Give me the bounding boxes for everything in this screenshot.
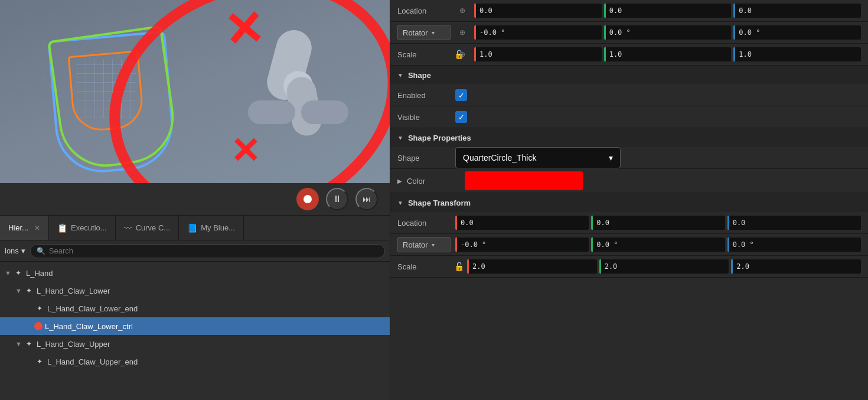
tree-arrow-claw-lower: ▼ [15, 287, 24, 294]
execution-icon: 📋 [57, 223, 67, 233]
shape-rotator-z[interactable]: 0.0 ° [727, 238, 861, 252]
top-location-z[interactable]: 0.0 [733, 4, 861, 18]
shape-dropdown-row: Shape QuarterCircle_Thick ▾ [390, 147, 868, 168]
enabled-checkmark: ✓ [458, 91, 465, 100]
tree-item-l-hand-claw-upper-end[interactable]: ▶ ✦ L_Hand_Claw_Upper_end [0, 353, 390, 370]
viewport: ✕ ✕ [0, 0, 390, 183]
shape-scale-label: Scale [397, 262, 451, 271]
tab-blueprint[interactable]: 📘 My Blue... [179, 216, 244, 240]
tab-blueprint-label: My Blue... [201, 223, 235, 232]
blueprint-icon: 📘 [187, 223, 197, 233]
shape-dropdown-arrow: ▾ [609, 153, 613, 162]
bone-icon-claw-upper-end: ✦ [34, 356, 45, 367]
pause-button[interactable]: ⏸ [326, 188, 348, 210]
top-scale-y[interactable]: 1.0 [604, 47, 732, 61]
enabled-section: Enabled ✓ [390, 84, 868, 106]
bone-icon-claw-lower-end: ✦ [34, 303, 45, 314]
color-row: ▶ Color [390, 169, 868, 193]
tree-label-claw-upper: L_Hand_Claw_Upper [37, 340, 110, 349]
top-scale-x[interactable]: 1.0 [474, 47, 602, 61]
top-location-x[interactable]: 0.0 [474, 4, 602, 18]
top-scale-label: Scale [397, 50, 451, 59]
shape-dropdown-section: Shape QuarterCircle_Thick ▾ [390, 147, 868, 169]
bone-icon-claw-upper: ✦ [24, 339, 34, 349]
options-button[interactable]: ions ▾ [5, 246, 25, 255]
tree-item-l-hand[interactable]: ▼ ✦ L_Hand [0, 264, 390, 282]
shape-scale-z[interactable]: 2.0 [731, 259, 861, 274]
color-section: ▶ Color [390, 169, 868, 193]
color-expand-arrow: ▶ [397, 178, 402, 184]
top-scale-row: Scale 🔓 ⊕ 1.0 1.0 1.0 [390, 44, 868, 65]
tree-label-claw-lower: L_Hand_Claw_Lower [37, 287, 110, 295]
shape-location-row: Location 0.0 0.0 0.0 [390, 212, 868, 233]
shape-rotator-x[interactable]: -0.0 ° [455, 238, 589, 252]
arm-wheel-right [301, 100, 348, 124]
enabled-label: Enabled [397, 91, 451, 100]
tree-container: ▼ ✦ L_Hand ▼ ✦ L_Hand_Claw_Lower ▶ ✦ L_H… [0, 262, 390, 400]
top-rotator-z[interactable]: 0.0 ° [733, 25, 861, 40]
top-scale-section: Scale 🔓 ⊕ 1.0 1.0 1.0 [390, 44, 868, 66]
shape-location-x[interactable]: 0.0 [455, 216, 589, 230]
scale-gizmo-icon: ⊕ [455, 47, 469, 61]
color-swatch[interactable] [465, 171, 583, 190]
top-location-section: Location ⊕ 0.0 0.0 0.0 [390, 0, 868, 22]
tab-execution-label: Executio... [71, 223, 107, 232]
shape-properties-section-header[interactable]: ▼ Shape Properties [390, 128, 868, 147]
tree-arrow-ctrl: ▶ [26, 323, 34, 330]
arm-wheel-left [248, 100, 295, 124]
tree-arrow-claw-upper: ▼ [15, 340, 24, 347]
shape-transform-collapse-arrow: ▼ [397, 200, 403, 206]
tree-label-claw-lower-ctrl: L_Hand_Claw_Lower_ctrl [45, 322, 133, 331]
top-rotator-x[interactable]: -0.0 ° [474, 25, 602, 40]
shape-location-section: Location 0.0 0.0 0.0 [390, 212, 868, 234]
shape-location-label: Location [397, 219, 451, 227]
tree-item-l-hand-claw-upper[interactable]: ▼ ✦ L_Hand_Claw_Upper [0, 335, 390, 353]
shape-scale-section: Scale 🔓 2.0 2.0 2.0 [390, 256, 868, 278]
visible-section: Visible ✓ [390, 106, 868, 128]
tab-hier-close[interactable]: ✕ [34, 224, 40, 232]
visible-checkbox[interactable]: ✓ [455, 111, 467, 123]
rotator-gizmo-icon: ⊕ [455, 25, 469, 40]
tree-item-l-hand-claw-lower[interactable]: ▼ ✦ L_Hand_Claw_Lower [0, 282, 390, 300]
ctrl-link-icon [34, 322, 43, 330]
tree-item-l-hand-claw-lower-ctrl[interactable]: ▶ L_Hand_Claw_Lower_ctrl [0, 317, 390, 335]
shape-rotator-dropdown[interactable]: Rotator ▾ [397, 237, 451, 252]
tab-hier[interactable]: Hier... ✕ [0, 216, 49, 240]
top-location-label: Location [397, 6, 451, 15]
step-forward-button[interactable]: ⏭ [355, 188, 378, 210]
shape-location-values: 0.0 0.0 0.0 [455, 216, 861, 230]
tab-execution[interactable]: 📋 Executio... [49, 216, 116, 240]
shape-transform-section-header[interactable]: ▼ Shape Transform [390, 193, 868, 212]
shape-rotator-values: -0.0 ° 0.0 ° 0.0 ° [455, 238, 861, 252]
search-input[interactable] [49, 246, 378, 255]
top-location-y[interactable]: 0.0 [604, 4, 732, 18]
shape-scale-row: Scale 🔓 2.0 2.0 2.0 [390, 256, 868, 277]
shape-dropdown[interactable]: QuarterCircle_Thick ▾ [455, 147, 621, 168]
tab-hier-label: Hier... [8, 223, 28, 232]
tree-label-claw-lower-end: L_Hand_Claw_Lower_end [47, 304, 138, 313]
search-icon: 🔍 [37, 247, 45, 255]
top-rotator-dropdown[interactable]: Rotator ▾ [397, 25, 451, 40]
top-scale-z[interactable]: 1.0 [733, 47, 861, 61]
shape-location-y[interactable]: 0.0 [591, 216, 725, 230]
visible-checkmark: ✓ [458, 113, 465, 122]
shape-rotator-section: Rotator ▾ -0.0 ° 0.0 ° 0.0 ° [390, 234, 868, 256]
shape-section-title: Shape [408, 71, 431, 80]
search-box[interactable]: 🔍 [30, 244, 385, 258]
shape-prop-label: Shape [397, 154, 451, 162]
shape-section-header[interactable]: ▼ Shape [390, 66, 868, 84]
record-button[interactable] [296, 188, 319, 210]
shape-rotator-y[interactable]: 0.0 ° [591, 238, 725, 252]
tree-arrow-claw-lower-end: ▶ [26, 305, 34, 313]
tab-curve[interactable]: 〰 Curve C... [116, 216, 180, 240]
playback-bar: ⏸ ⏭ [0, 183, 390, 216]
hierarchy-header: ions ▾ 🔍 [0, 240, 390, 262]
enabled-checkbox[interactable]: ✓ [455, 89, 467, 101]
shape-rotator-label: Rotator [403, 240, 428, 249]
tree-item-l-hand-claw-lower-end[interactable]: ▶ ✦ L_Hand_Claw_Lower_end [0, 300, 390, 317]
pause-icon: ⏸ [332, 194, 342, 204]
shape-scale-y[interactable]: 2.0 [599, 259, 729, 274]
top-rotator-y[interactable]: 0.0 ° [604, 25, 732, 40]
shape-scale-x[interactable]: 2.0 [467, 259, 597, 274]
shape-location-z[interactable]: 0.0 [727, 216, 861, 230]
